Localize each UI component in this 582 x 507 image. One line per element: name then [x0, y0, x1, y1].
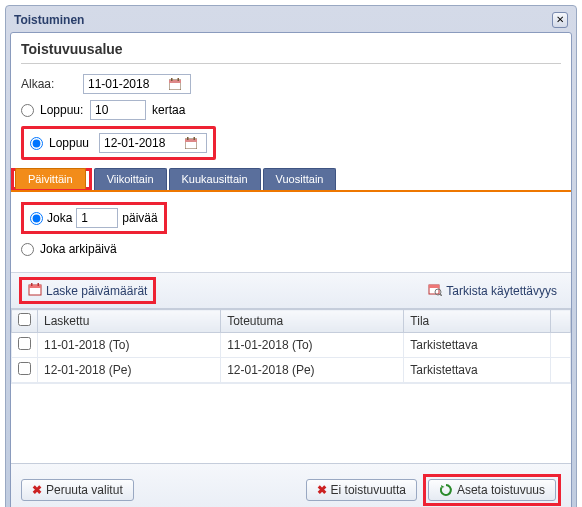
- check-label: Tarkista käytettävyys: [446, 284, 557, 298]
- highlight-tab-daily: Päivittäin: [11, 168, 92, 190]
- svg-rect-7: [194, 137, 196, 140]
- svg-line-15: [440, 294, 442, 296]
- check-availability-button[interactable]: Tarkista käytettävyys: [422, 277, 563, 304]
- dialog-header: Toistuminen ✕: [10, 10, 572, 32]
- ends-date-label: Loppuu: [49, 136, 93, 150]
- calendar-search-icon: [428, 282, 442, 299]
- svg-rect-11: [38, 283, 40, 286]
- tab-yearly[interactable]: Vuosittain: [263, 168, 337, 190]
- col-calculated[interactable]: Laskettu: [38, 310, 221, 333]
- svg-rect-13: [429, 285, 439, 288]
- dialog-footer: ✖ Peruuta valitut ✖ Ei toistuvuutta Aset…: [11, 463, 571, 507]
- col-actual[interactable]: Toteutuma: [221, 310, 404, 333]
- every-n-input[interactable]: [76, 208, 118, 228]
- svg-rect-10: [31, 283, 33, 286]
- cancel-icon: ✖: [32, 483, 42, 497]
- ends-count-input[interactable]: [90, 100, 146, 120]
- svg-rect-6: [187, 137, 189, 140]
- dialog-body: Toistuvuusalue Alkaa: Loppuu: kertaa: [10, 32, 572, 507]
- ends-count-suffix: kertaa: [152, 103, 185, 117]
- cell-status: Tarkistettava: [404, 333, 551, 358]
- every-label: Joka: [47, 211, 72, 225]
- starts-label: Alkaa:: [21, 77, 77, 91]
- col-checkbox[interactable]: [12, 310, 38, 333]
- recurrence-dialog: Toistuminen ✕ Toistuvuusalue Alkaa: Lopp…: [5, 5, 577, 507]
- every-weekday-label: Joka arkipäivä: [40, 242, 117, 256]
- every-n-days-radio[interactable]: [30, 212, 43, 225]
- table-empty-area: [11, 383, 571, 463]
- calendar-icon[interactable]: [166, 75, 184, 93]
- ends-date-input[interactable]: [100, 134, 182, 152]
- ends-date-radio[interactable]: [30, 137, 43, 150]
- highlight-every-n-days: Joka päivää: [21, 202, 167, 234]
- highlight-ends-date: Loppuu: [21, 126, 216, 160]
- recurrence-tabs: Päivittäin Viikoittain Kuukausittain Vuo…: [11, 168, 571, 192]
- starts-date-field[interactable]: [83, 74, 191, 94]
- row-checkbox[interactable]: [18, 362, 31, 375]
- cell-actual: 11-01-2018 (To): [221, 333, 404, 358]
- set-recurrence-label: Aseta toistuvuus: [457, 483, 545, 497]
- ends-date-field[interactable]: [99, 133, 207, 153]
- cell-status: Tarkistettava: [404, 358, 551, 383]
- range-form: Alkaa: Loppuu: kertaa Loppuu: [11, 70, 571, 164]
- every-suffix: päivää: [122, 211, 157, 225]
- highlight-set-recurrence: Aseta toistuvuus: [423, 474, 561, 506]
- set-recurrence-button[interactable]: Aseta toistuvuus: [428, 479, 556, 501]
- row-ends-count: Loppuu: kertaa: [21, 100, 561, 120]
- refresh-icon: [439, 483, 453, 497]
- dialog-title: Toistuminen: [14, 13, 84, 27]
- table-row[interactable]: 12-01-2018 (Pe) 12-01-2018 (Pe) Tarkiste…: [12, 358, 571, 383]
- no-recurrence-button[interactable]: ✖ Ei toistuvuutta: [306, 479, 417, 501]
- cancel-icon: ✖: [317, 483, 327, 497]
- table-row[interactable]: 11-01-2018 (To) 11-01-2018 (To) Tarkiste…: [12, 333, 571, 358]
- cell-actual: 12-01-2018 (Pe): [221, 358, 404, 383]
- table-header-row: Laskettu Toteutuma Tila: [12, 310, 571, 333]
- svg-rect-1: [169, 80, 181, 83]
- tab-monthly[interactable]: Kuukausittain: [169, 168, 261, 190]
- highlight-calc-button: Laske päivämäärät: [19, 277, 156, 304]
- ends-count-radio[interactable]: [21, 104, 34, 117]
- calc-label: Laske päivämäärät: [46, 284, 147, 298]
- no-recurrence-label: Ei toistuvuutta: [331, 483, 406, 497]
- col-extra: [551, 310, 571, 333]
- calendar-icon: [28, 282, 42, 299]
- tab-daily[interactable]: Päivittäin: [15, 168, 86, 189]
- cancel-selected-label: Peruuta valitut: [46, 483, 123, 497]
- divider: [21, 63, 561, 64]
- cancel-selected-button[interactable]: ✖ Peruuta valitut: [21, 479, 134, 501]
- row-starts: Alkaa:: [21, 74, 561, 94]
- calculate-dates-button[interactable]: Laske päivämäärät: [22, 280, 153, 301]
- row-every-weekday: Joka arkipäivä: [21, 242, 561, 256]
- calendar-icon[interactable]: [182, 134, 200, 152]
- ends-count-label: Loppuu:: [40, 103, 84, 117]
- cell-calculated: 11-01-2018 (To): [38, 333, 221, 358]
- svg-rect-3: [178, 78, 180, 81]
- every-weekday-radio[interactable]: [21, 243, 34, 256]
- cell-calculated: 12-01-2018 (Pe): [38, 358, 221, 383]
- select-all-checkbox[interactable]: [18, 313, 31, 326]
- col-status[interactable]: Tila: [404, 310, 551, 333]
- dates-toolbar: Laske päivämäärät Tarkista käytettävyys: [11, 272, 571, 308]
- daily-tab-body: Joka päivää Joka arkipäivä: [11, 192, 571, 272]
- svg-rect-9: [29, 285, 41, 288]
- starts-date-input[interactable]: [84, 75, 166, 93]
- dates-table-wrap: Laskettu Toteutuma Tila 11-01-2018 (To) …: [11, 308, 571, 463]
- row-checkbox[interactable]: [18, 337, 31, 350]
- range-section-title: Toistuvuusalue: [11, 33, 571, 61]
- svg-rect-2: [171, 78, 173, 81]
- close-icon[interactable]: ✕: [552, 12, 568, 28]
- dates-table: Laskettu Toteutuma Tila 11-01-2018 (To) …: [11, 309, 571, 383]
- tab-weekly[interactable]: Viikoittain: [94, 168, 167, 190]
- svg-rect-5: [185, 139, 197, 142]
